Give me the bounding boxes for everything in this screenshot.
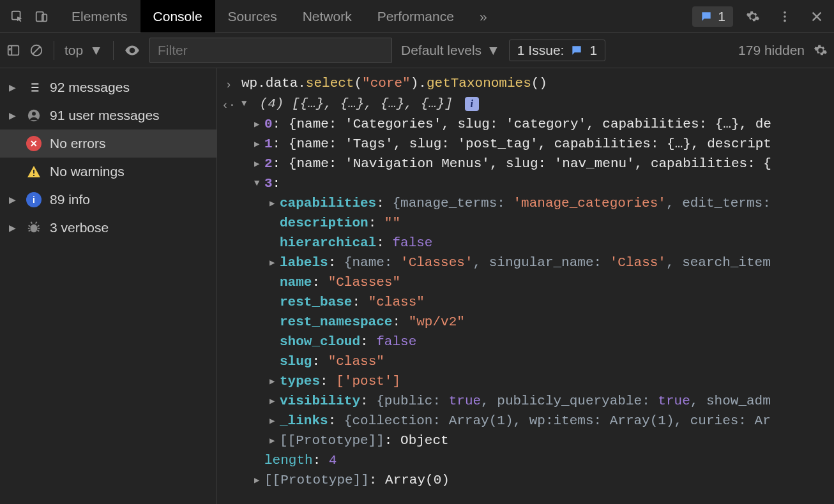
svg-point-4 xyxy=(784,15,786,18)
sidebar-item-label: No errors xyxy=(50,136,106,151)
prop-length[interactable]: ▶length: 4 xyxy=(222,450,831,470)
prop-prototype[interactable]: ▶[[Prototype]]: Object xyxy=(222,431,831,450)
devtools-tabbar: Elements Console Sources Network Perform… xyxy=(0,0,834,33)
tab-console[interactable]: Console xyxy=(140,0,215,33)
sidebar-item-label: 3 verbose xyxy=(50,220,109,235)
separator xyxy=(113,41,114,60)
tab-sources[interactable]: Sources xyxy=(215,0,290,33)
prop-show-cloud[interactable]: ▶show_cloud: false xyxy=(222,332,831,352)
prop-description[interactable]: ▶description: "" xyxy=(222,213,831,233)
console-input-line[interactable]: › wp.data.select("core").getTaxonomies() xyxy=(222,73,831,94)
expand-icon[interactable]: ▶ xyxy=(254,119,264,130)
prop-capabilities[interactable]: ▶capabilities: {manage_terms: 'manage_ca… xyxy=(222,193,831,213)
array-item-3[interactable]: ▼3: xyxy=(222,174,831,193)
expand-icon[interactable]: ▶ xyxy=(254,138,264,149)
info-icon: i xyxy=(26,191,42,208)
command-text: wp.data.select("core").getTaxonomies() xyxy=(241,76,547,91)
tab-performance[interactable]: Performance xyxy=(365,0,467,33)
expand-icon[interactable]: ▶ xyxy=(9,82,18,93)
filter-input[interactable] xyxy=(149,38,392,63)
info-badge-icon[interactable]: i xyxy=(465,97,479,111)
bug-icon xyxy=(26,219,42,236)
comment-icon xyxy=(570,44,583,57)
prop-rest-base[interactable]: ▶rest_base: "class" xyxy=(222,292,831,312)
expand-icon[interactable]: ▶ xyxy=(254,475,264,485)
console-output: › wp.data.select("core").getTaxonomies()… xyxy=(217,68,834,504)
expand-icon[interactable]: ▶ xyxy=(269,376,280,387)
log-levels-dropdown[interactable]: Default levels ▼ xyxy=(401,43,500,58)
prop-hierarchical[interactable]: ▶hierarchical: false xyxy=(222,233,831,253)
expand-icon[interactable]: ▶ xyxy=(254,158,264,169)
gear-icon[interactable] xyxy=(741,4,765,29)
sidebar-item-label: 92 messages xyxy=(50,80,130,95)
result-icon: ‹· xyxy=(222,99,235,112)
expand-icon[interactable]: ▶ xyxy=(9,223,18,233)
prop-visibility[interactable]: ▶visibility: {public: true, publicly_que… xyxy=(222,391,831,411)
gear-icon[interactable] xyxy=(814,43,828,57)
svg-rect-11 xyxy=(33,175,34,176)
svg-point-3 xyxy=(784,11,786,13)
issues-box[interactable]: 1 Issue: 1 xyxy=(509,40,605,61)
tab-elements[interactable]: Elements xyxy=(59,0,140,33)
prop-slug[interactable]: ▶slug: "class" xyxy=(222,352,831,371)
tabs-more-icon[interactable]: » xyxy=(467,0,500,33)
sidebar-item-info[interactable]: ▶ i 89 info xyxy=(0,186,216,214)
sidebar-item-user-messages[interactable]: ▶ 91 user messages xyxy=(0,101,216,130)
inspect-icon[interactable] xyxy=(5,4,29,29)
error-icon: ✕ xyxy=(26,135,42,152)
prop-types[interactable]: ▶types: ['post'] xyxy=(222,371,831,391)
console-result-line[interactable]: ‹· ▼ (4) [{…}, {…}, {…}, {…}] i xyxy=(222,94,831,114)
expand-icon[interactable]: ▶ xyxy=(269,257,280,268)
levels-label: Default levels xyxy=(401,43,481,58)
tab-label: Network xyxy=(303,9,352,24)
sidebar-item-label: 89 info xyxy=(50,192,90,207)
prop-labels[interactable]: ▶labels: {name: 'Classes', singular_name… xyxy=(222,253,831,272)
list-icon xyxy=(26,79,42,96)
expand-icon[interactable]: ▶ xyxy=(9,195,18,205)
array-item-0[interactable]: ▶0: {name: 'Categories', slug: 'category… xyxy=(222,114,831,134)
svg-point-5 xyxy=(784,19,786,22)
chevron-down-icon: ▼ xyxy=(487,43,500,58)
kebab-icon[interactable] xyxy=(773,4,797,29)
sidebar-item-verbose[interactable]: ▶ 3 verbose xyxy=(0,214,216,242)
comment-icon xyxy=(700,10,713,23)
tab-label: Elements xyxy=(72,9,128,24)
array-item-1[interactable]: ▶1: {name: 'Tags', slug: 'post_tag', cap… xyxy=(222,134,831,154)
expand-icon[interactable]: ▶ xyxy=(269,396,280,406)
context-selector[interactable]: top ▼ xyxy=(64,43,103,58)
array-item-2[interactable]: ▶2: {name: 'Navigation Menus', slug: 'na… xyxy=(222,154,831,174)
collapse-icon[interactable]: ▼ xyxy=(254,178,264,188)
eye-icon[interactable] xyxy=(124,42,140,59)
sidebar-item-warnings[interactable]: ▶ No warnings xyxy=(0,158,216,186)
close-icon[interactable] xyxy=(805,4,829,29)
separator xyxy=(54,41,54,60)
prop-array-prototype[interactable]: ▶[[Prototype]]: Array(0) xyxy=(222,470,831,490)
collapse-icon[interactable]: ▼ xyxy=(241,98,252,108)
console-toolbar: top ▼ Default levels ▼ 1 Issue: 1 179 hi… xyxy=(0,33,834,68)
expand-icon[interactable]: ▶ xyxy=(9,110,18,121)
prop-rest-namespace[interactable]: ▶rest_namespace: "wp/v2" xyxy=(222,312,831,332)
svg-point-12 xyxy=(31,225,38,233)
sidebar-toggle-icon[interactable] xyxy=(6,43,20,57)
sidebar-item-errors[interactable]: ▶ ✕ No errors xyxy=(0,130,216,158)
sidebar-item-messages[interactable]: ▶ 92 messages xyxy=(0,73,216,101)
expand-icon[interactable]: ▶ xyxy=(269,198,280,209)
prop-name[interactable]: ▶name: "Classes" xyxy=(222,272,831,292)
issues-label: 1 Issue: xyxy=(517,43,565,58)
sidebar-item-label: 91 user messages xyxy=(50,108,160,123)
device-toggle-icon[interactable] xyxy=(29,4,54,29)
array-summary: (4) [{…}, {…}, {…}, {…}] xyxy=(260,96,453,111)
tab-label: Performance xyxy=(377,9,454,24)
warning-icon xyxy=(26,163,42,180)
clear-icon[interactable] xyxy=(29,43,43,57)
svg-point-9 xyxy=(32,112,36,115)
tab-network[interactable]: Network xyxy=(290,0,365,33)
svg-rect-10 xyxy=(33,170,34,174)
console-sidebar: ▶ 92 messages ▶ 91 user messages ▶ ✕ No … xyxy=(0,68,217,504)
tab-label: Sources xyxy=(228,9,277,24)
expand-icon[interactable]: ▶ xyxy=(269,415,280,426)
prop-links[interactable]: ▶_links: {collection: Array(1), wp:items… xyxy=(222,411,831,431)
tab-label: Console xyxy=(153,9,202,24)
issues-pill[interactable]: 1 xyxy=(692,6,733,27)
expand-icon[interactable]: ▶ xyxy=(269,435,280,446)
